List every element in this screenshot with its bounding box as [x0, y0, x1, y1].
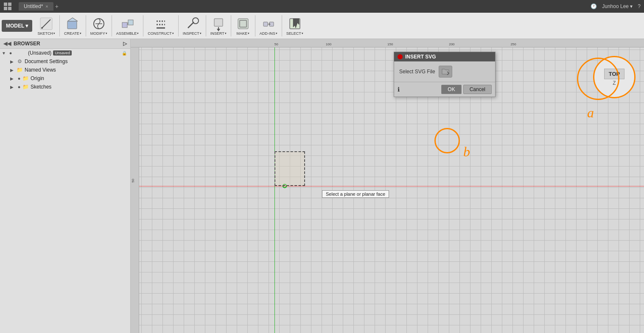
- toolbar-construct[interactable]: CONSTRUCT▾: [145, 15, 176, 36]
- app-icon: [3, 2, 12, 11]
- select-file-button[interactable]: [439, 66, 452, 78]
- gear-icon: ⚙: [16, 58, 23, 64]
- tab-label: Untitled*: [24, 3, 43, 9]
- toolbar-insert[interactable]: INSERT▾: [208, 15, 229, 36]
- svg-rect-7: [67, 21, 77, 29]
- separator-2: [86, 15, 86, 36]
- svg-marker-8: [67, 18, 78, 21]
- separator-8: [255, 15, 255, 36]
- expand-icon[interactable]: ▷: [123, 41, 127, 47]
- view-cube-face: TOP: [604, 69, 625, 79]
- close-tab-icon[interactable]: ×: [45, 4, 48, 9]
- tree-item-root[interactable]: ▼ ● (Unsaved) Unsaved 🔒: [0, 49, 130, 57]
- canvas-area[interactable]: 50 100 150 200 250 50 Select a plane or …: [131, 39, 644, 333]
- collapse-icon[interactable]: ◀◀: [3, 41, 11, 47]
- make-label: MAKE▾: [236, 31, 249, 36]
- dialog-close-dot[interactable]: [398, 54, 403, 59]
- arrow-icon: ▶: [10, 68, 16, 72]
- folder-icon: 📁: [22, 75, 29, 81]
- toolbar-inspect[interactable]: INSPECT▾: [180, 15, 204, 36]
- insert-icon: [211, 16, 226, 31]
- arrow-icon: ▶: [10, 76, 16, 81]
- clock-icon: 🕐: [591, 3, 597, 9]
- tree-item-sketches[interactable]: ▶ ● 📁 Sketches: [0, 83, 130, 91]
- create-label: CREATE▾: [64, 31, 81, 36]
- model-button[interactable]: MODEL ▾: [2, 20, 32, 32]
- separator-3: [112, 15, 112, 36]
- construct-label: CONSTRUCT▾: [148, 31, 174, 36]
- x-axis: [131, 186, 644, 186]
- svg-rect-13: [122, 22, 127, 28]
- view-cube[interactable]: TOP Z: [593, 56, 636, 98]
- svg-point-6: [41, 27, 43, 29]
- tree-item-origin[interactable]: ▶ ● 📁 Origin: [0, 74, 130, 83]
- toolbar-create[interactable]: CREATE▾: [62, 15, 84, 36]
- title-tabs: Untitled* × +: [19, 2, 591, 11]
- addins-label: ADD-INS▾: [260, 31, 277, 36]
- svg-rect-2: [4, 7, 7, 10]
- make-icon: [235, 16, 251, 31]
- separator-5: [178, 15, 179, 36]
- user-menu[interactable]: Junhoo Lee ▾: [602, 3, 633, 9]
- select-file-label: Select SVG File: [399, 69, 435, 75]
- origin-label: Origin: [31, 75, 44, 81]
- arrow-icon: ▼: [2, 51, 8, 56]
- insert-svg-dialog: INSERT SVG Select SVG File ℹ OK Cancel: [394, 52, 496, 97]
- sketch-icon: [39, 16, 54, 31]
- view-cube-axis: Z: [613, 80, 616, 86]
- insert-label: INSERT▾: [210, 31, 227, 36]
- tree-item-named-views[interactable]: ▶ 📁 Named Views: [0, 66, 130, 74]
- main-area: ◀◀ BROWSER ▷ ▼ ● (Unsaved) Unsaved 🔒 ▶ ⚙…: [0, 39, 644, 333]
- svg-rect-14: [128, 20, 133, 25]
- arrow-icon: ▶: [10, 59, 16, 64]
- inspect-icon: [185, 16, 200, 31]
- ruler-vertical: 50: [131, 47, 139, 333]
- eye-icon[interactable]: ●: [8, 50, 14, 56]
- y-axis: [274, 39, 275, 333]
- toolbar-addins[interactable]: ADD-INS▾: [257, 15, 280, 36]
- toolbar-select[interactable]: SELECT▾: [284, 15, 306, 36]
- add-tab-button[interactable]: +: [55, 3, 59, 10]
- help-button[interactable]: ?: [638, 3, 641, 9]
- addins-icon: [261, 16, 276, 31]
- browser-title: BROWSER: [14, 41, 40, 47]
- toolbar-modify[interactable]: MODIFY▾: [88, 15, 110, 36]
- toolbar-assemble[interactable]: ASSEMBLE▾: [114, 15, 142, 36]
- doc-settings-label: Document Settings: [25, 58, 67, 64]
- ok-button[interactable]: OK: [441, 85, 461, 94]
- modify-label: MODIFY▾: [90, 31, 107, 36]
- toolbar-make[interactable]: MAKE▾: [233, 15, 253, 36]
- active-tab[interactable]: Untitled* ×: [19, 2, 53, 11]
- folder-icon: 📁: [16, 67, 23, 73]
- select-icon: [287, 16, 302, 31]
- separator-4: [143, 15, 143, 36]
- select-label: SELECT▾: [286, 31, 303, 36]
- modify-icon: [91, 16, 106, 31]
- inspect-label: INSPECT▾: [183, 31, 202, 36]
- toolbar-sketch[interactable]: SKETCH▾: [35, 15, 58, 36]
- root-label: (Unsaved): [28, 50, 51, 56]
- named-views-label: Named Views: [25, 67, 56, 73]
- cancel-button[interactable]: Cancel: [463, 85, 492, 94]
- tooltip-label: Select a plane or planar face: [322, 190, 389, 198]
- folder-icon: 📁: [22, 84, 29, 90]
- title-bar: Untitled* × + 🕐 Junhoo Lee ▾ ?: [0, 0, 644, 13]
- svg-rect-0: [4, 3, 7, 6]
- dialog-button-group: OK Cancel: [441, 85, 492, 94]
- svg-point-20: [193, 18, 199, 24]
- eye-icon[interactable]: ●: [16, 84, 22, 89]
- separator-7: [231, 15, 231, 36]
- separator-6: [206, 15, 206, 36]
- sidebar: ◀◀ BROWSER ▷ ▼ ● (Unsaved) Unsaved 🔒 ▶ ⚙…: [0, 39, 131, 333]
- construct-icon: [153, 16, 168, 31]
- dialog-footer: ℹ OK Cancel: [394, 82, 495, 97]
- sketch-rectangle: [274, 151, 305, 186]
- separator-9: [282, 15, 282, 36]
- dialog-title: INSERT SVG: [405, 54, 436, 60]
- dialog-body: Select SVG File: [394, 61, 495, 82]
- ruler-horizontal: 50 100 150 200 250: [131, 39, 644, 47]
- info-icon[interactable]: ℹ: [398, 86, 400, 93]
- eye-icon[interactable]: ●: [16, 76, 22, 81]
- sketches-label: Sketches: [31, 84, 51, 90]
- tree-item-doc-settings[interactable]: ▶ ⚙ Document Settings: [0, 57, 130, 66]
